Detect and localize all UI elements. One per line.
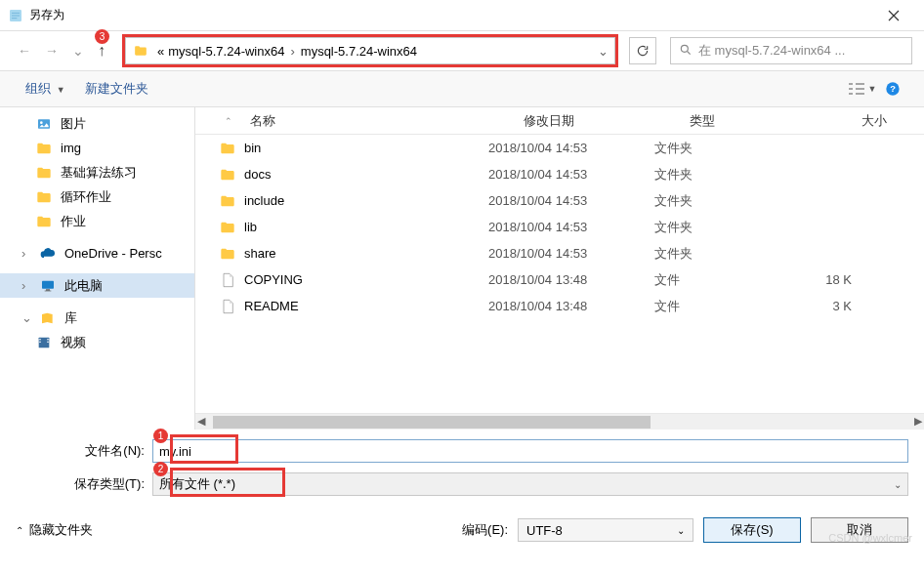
file-name: README <box>244 299 299 313</box>
chevron-down-icon: ▼ <box>55 85 65 95</box>
encoding-label: 编码(E): <box>462 521 508 539</box>
scroll-right-icon[interactable]: ▶ <box>914 415 922 428</box>
column-type[interactable]: 类型 <box>686 112 813 130</box>
folder-icon <box>219 220 236 235</box>
filetype-label: 保存类型(T): <box>16 475 152 493</box>
file-name: include <box>244 193 284 208</box>
file-row[interactable]: README 2018/10/04 13:48 文件 3 K <box>195 293 924 319</box>
column-size[interactable]: 大小 <box>813 112 891 130</box>
file-row[interactable]: lib 2018/10/04 14:53 文件夹 <box>195 214 924 240</box>
folder-icon <box>35 165 53 181</box>
file-name: lib <box>244 220 257 234</box>
sidebar-item-homework[interactable]: 作业 <box>0 209 194 233</box>
up-button[interactable]: ↑ <box>98 42 105 60</box>
file-row[interactable]: docs 2018/10/04 14:53 文件夹 <box>195 161 924 187</box>
file-icon <box>219 272 236 288</box>
column-date[interactable]: 修改日期 <box>520 112 686 130</box>
sidebar-item-videos[interactable]: 视频 <box>0 330 194 354</box>
search-icon <box>679 43 693 60</box>
file-name: bin <box>244 141 261 155</box>
sidebar-item-thispc[interactable]: ›此电脑 <box>0 273 194 298</box>
file-icon <box>219 299 236 314</box>
chevron-down-icon: ⌄ <box>21 310 31 325</box>
chevron-down-icon: ⌄ <box>677 525 685 536</box>
sort-indicator-icon: ⌃ <box>211 116 246 126</box>
annotation-1: 1 <box>153 429 168 443</box>
chevron-down-icon: ⌄ <box>894 479 902 490</box>
view-mode-button[interactable]: ▼ <box>846 77 877 101</box>
path-segment-1[interactable]: mysql-5.7.24-winx64 <box>166 44 286 59</box>
file-type: 文件夹 <box>651 166 777 184</box>
sidebar-item-img[interactable]: img <box>0 136 194 160</box>
monitor-icon <box>39 278 57 294</box>
sidebar-item-loop[interactable]: 循环作业 <box>0 184 194 209</box>
file-row[interactable]: bin 2018/10/04 14:53 文件夹 <box>195 135 924 161</box>
hide-folders-toggle[interactable]: ⌃ 隐藏文件夹 <box>16 521 93 539</box>
file-date: 2018/10/04 14:53 <box>484 193 651 208</box>
path-dropdown-icon[interactable]: ⌄ <box>598 44 609 59</box>
chevron-up-icon: ⌃ <box>16 525 23 536</box>
notepad-icon <box>8 8 23 23</box>
sidebar-item-algo[interactable]: 基础算法练习 <box>0 160 194 184</box>
sidebar-item-library[interactable]: ⌄库 <box>0 306 194 330</box>
forward-button[interactable]: → <box>45 43 59 59</box>
file-name: COPYING <box>244 272 303 287</box>
recent-dropdown[interactable]: ⌄ <box>72 43 84 59</box>
file-type: 文件夹 <box>651 219 777 236</box>
help-button[interactable]: ? <box>877 77 908 101</box>
sidebar-item-onedrive[interactable]: ›OneDrive - Persc <box>0 241 194 266</box>
library-icon <box>39 310 57 326</box>
file-date: 2018/10/04 14:53 <box>484 167 651 182</box>
file-date: 2018/10/04 14:53 <box>484 141 651 155</box>
address-bar[interactable]: « mysql-5.7.24-winx64 › mysql-5.7.24-win… <box>125 37 615 64</box>
picture-icon <box>35 116 53 132</box>
file-name: docs <box>244 167 271 182</box>
folder-icon <box>219 246 236 262</box>
chevron-right-icon: › <box>21 246 31 261</box>
cancel-button[interactable]: 取消 <box>811 517 908 543</box>
filename-input[interactable] <box>152 439 908 463</box>
folder-icon <box>35 214 53 229</box>
file-date: 2018/10/04 13:48 <box>484 299 651 313</box>
folder-icon <box>35 189 53 205</box>
file-type: 文件 <box>651 271 777 289</box>
scrollbar-thumb[interactable] <box>213 416 651 429</box>
filetype-select[interactable]: 所有文件 (*.*) ⌄ <box>152 472 908 496</box>
folder-icon <box>219 193 236 209</box>
folder-icon <box>219 167 236 183</box>
column-name[interactable]: 名称 <box>246 112 520 130</box>
file-size: 3 K <box>777 299 856 313</box>
file-row[interactable]: COPYING 2018/10/04 13:48 文件 18 K <box>195 266 924 293</box>
file-row[interactable]: include 2018/10/04 14:53 文件夹 <box>195 187 924 214</box>
file-type: 文件夹 <box>651 245 777 263</box>
folder-icon <box>132 44 149 58</box>
path-chevron-left: « <box>155 44 166 59</box>
file-type: 文件 <box>651 298 777 315</box>
encoding-select[interactable]: UTF-8 ⌄ <box>518 518 693 542</box>
navbar: 3 ← → ⌄ ↑ « mysql-5.7.24-winx64 › mysql-… <box>0 31 924 70</box>
back-button[interactable]: ← <box>18 43 31 59</box>
filetype-value: 所有文件 (*.*) <box>159 475 235 493</box>
file-date: 2018/10/04 14:53 <box>484 246 651 261</box>
sidebar-item-pictures[interactable]: 图片 <box>0 111 194 136</box>
path-segment-2[interactable]: mysql-5.7.24-winx64 <box>299 44 419 59</box>
titlebar: 另存为 <box>0 0 924 31</box>
filename-label: 文件名(N): <box>16 442 152 460</box>
film-icon <box>35 335 53 350</box>
horizontal-scrollbar[interactable]: ◀ ▶ <box>195 413 924 430</box>
folder-icon <box>219 141 236 156</box>
scroll-left-icon[interactable]: ◀ <box>197 415 205 428</box>
path-separator-icon: › <box>286 44 298 59</box>
annotation-2: 2 <box>153 462 168 476</box>
file-name: share <box>244 246 276 261</box>
svg-point-11 <box>681 45 688 52</box>
folder-icon <box>35 141 53 156</box>
file-type: 文件夹 <box>651 140 777 157</box>
search-input[interactable]: 在 mysql-5.7.24-winx64 ... <box>670 37 912 64</box>
new-folder-button[interactable]: 新建文件夹 <box>75 76 158 102</box>
file-row[interactable]: share 2018/10/04 14:53 文件夹 <box>195 240 924 266</box>
organize-button[interactable]: 组织 ▼ <box>16 76 75 102</box>
close-button[interactable] <box>871 0 916 30</box>
refresh-button[interactable] <box>629 37 656 64</box>
save-button[interactable]: 保存(S) <box>703 517 801 543</box>
